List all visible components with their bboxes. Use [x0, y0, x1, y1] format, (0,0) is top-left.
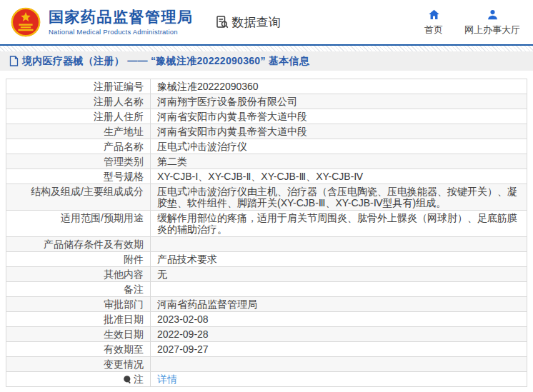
table-row: 注册人住所河南省安阳市内黄县帝誉大道中段	[6, 109, 527, 124]
row-label: 审批部门	[6, 297, 151, 311]
row-label-text: 备注	[124, 283, 144, 295]
row-value: 压电式冲击波治疗仪由主机、治疗器（含压电陶瓷、压电换能器、按键开关）、凝胶垫、软…	[151, 184, 527, 210]
dotted-divider	[0, 46, 533, 51]
row-label: 注册人名称	[6, 94, 151, 109]
row-label-text: 型号规格	[104, 171, 144, 182]
agency-name-en: National Medical Products Administration	[49, 28, 194, 36]
table-row: 批准日期2023-02-08	[6, 311, 527, 326]
breadcrumb-bar: 境内医疗器械（注册） —— “豫械注准20222090360” 基本信息	[0, 51, 533, 71]
row-label: 产品储存条件及有效期	[6, 237, 151, 251]
row-value: 豫械注准20222090360	[151, 79, 527, 94]
row-label-text: 产品名称	[104, 141, 144, 152]
table-row: 有效期至2027-09-27	[6, 341, 527, 356]
row-label-text: 注	[134, 373, 144, 385]
row-label-text: 注册人名称	[94, 96, 144, 107]
info-table: 注册证编号豫械注准20222090360注册人名称河南翔宇医疗设备股份有限公司注…	[6, 79, 527, 387]
row-value	[151, 237, 527, 251]
row-label-text: 批准日期	[104, 313, 144, 325]
page-header: 国家药品监督管理局 National Medical Products Admi…	[0, 0, 533, 44]
agency-name-cn: 国家药品监督管理局	[49, 9, 194, 26]
row-label: 结构及组成/主要组成成分	[6, 184, 151, 210]
table-row: 审批部门河南省药品监督管理局	[6, 296, 527, 311]
nav-item-label: 首页	[424, 24, 443, 36]
agency-title-block: 国家药品监督管理局 National Medical Products Admi…	[49, 9, 194, 35]
row-label: 注	[6, 372, 151, 386]
row-label-text: 其他内容	[104, 268, 144, 280]
data-query-label: 数据查询	[232, 14, 281, 31]
row-label: 变更情况	[6, 357, 151, 371]
table-row: 适用范围/预期用途缓解作用部位的疼痛，适用于肩关节周围炎、肱骨外上髁炎（网球肘）…	[6, 210, 527, 236]
table-row: 结构及组成/主要组成成分压电式冲击波治疗仪由主机、治疗器（含压电陶瓷、压电换能器…	[6, 184, 527, 210]
row-value: 河南翔宇医疗设备股份有限公司	[151, 94, 527, 109]
row-label-text: 注册人住所	[94, 111, 144, 122]
row-label: 生产地址	[6, 124, 151, 139]
row-value: 2027-09-27	[151, 342, 527, 356]
row-label-text: 生产地址	[104, 126, 144, 137]
nav-item-service-hall[interactable]: 网上办事大厅	[464, 9, 520, 36]
row-label: 注册人住所	[6, 109, 151, 124]
table-row: 注册证编号豫械注准20222090360	[6, 79, 527, 94]
row-value: 无	[151, 267, 527, 281]
row-value	[151, 357, 527, 371]
national-emblem-icon	[9, 6, 42, 39]
table-row: 生产地址河南省安阳市内黄县帝誉大道中段	[6, 124, 527, 139]
row-label-text: 变更情况	[104, 358, 144, 370]
row-label: 有效期至	[6, 342, 151, 356]
row-value: XY-CJB-Ⅰ、XY-CJB-Ⅱ、XY-CJB-Ⅲ、XY-CJB-Ⅳ	[151, 169, 527, 184]
row-value: 详情	[151, 372, 527, 386]
row-label: 注册证编号	[6, 79, 151, 94]
row-label-text: 审批部门	[104, 298, 144, 310]
document-icon	[9, 56, 19, 66]
row-value: 河南省安阳市内黄县帝誉大道中段	[151, 109, 527, 124]
row-label-text: 注册证编号	[94, 81, 144, 92]
row-label: 生效日期	[6, 327, 151, 341]
row-label-text: 结构及组成/主要组成成分	[31, 186, 144, 197]
row-label-text: 附件	[124, 253, 144, 265]
row-value: 河南省安阳市内黄县帝誉大道中段	[151, 124, 527, 139]
row-label: 管理类别	[6, 154, 151, 169]
table-row: 注详情	[6, 371, 527, 386]
document-search-icon	[215, 15, 229, 29]
person-icon	[487, 9, 499, 21]
note-icon	[123, 375, 132, 384]
row-label-text: 管理类别	[104, 156, 144, 167]
details-link[interactable]: 详情	[157, 373, 177, 385]
nav-item-label: 网上办事大厅	[464, 24, 520, 36]
row-value: 2023-02-08	[151, 312, 527, 326]
table-row: 备注	[6, 281, 527, 296]
row-label-text: 生效日期	[104, 328, 144, 340]
row-label: 批准日期	[6, 312, 151, 326]
row-value: 压电式冲击波治疗仪	[151, 139, 527, 154]
table-row: 管理类别第二类	[6, 154, 527, 169]
table-row: 其他内容无	[6, 266, 527, 281]
nav-item-home[interactable]: 首页	[424, 9, 443, 36]
row-label: 其他内容	[6, 267, 151, 281]
table-row: 变更情况	[6, 356, 527, 371]
row-label-text: 有效期至	[104, 343, 144, 355]
breadcrumb: 境内医疗器械（注册） —— “豫械注准20222090360” 基本信息	[22, 55, 309, 68]
row-value: 产品技术要求	[151, 252, 527, 266]
row-value	[151, 282, 527, 296]
row-label: 备注	[6, 282, 151, 296]
row-value: 2022-09-28	[151, 327, 527, 341]
table-row: 附件产品技术要求	[6, 251, 527, 266]
row-label: 产品名称	[6, 139, 151, 154]
table-row: 注册人名称河南翔宇医疗设备股份有限公司	[6, 94, 527, 109]
row-label-text: 产品储存条件及有效期	[44, 238, 144, 250]
home-icon	[428, 9, 440, 21]
row-value: 缓解作用部位的疼痛，适用于肩关节周围炎、肱骨外上髁炎（网球肘）、足底筋膜炎的辅助…	[151, 211, 527, 236]
agency-logo: 国家药品监督管理局 National Medical Products Admi…	[9, 6, 194, 39]
table-row: 生效日期2022-09-28	[6, 326, 527, 341]
table-row: 产品名称压电式冲击波治疗仪	[6, 139, 527, 154]
data-query-title: 数据查询	[215, 14, 281, 31]
row-value: 第二类	[151, 154, 527, 169]
header-nav: 首页网上办事大厅	[424, 9, 520, 36]
row-label: 附件	[6, 252, 151, 266]
row-label-text: 适用范围/预期用途	[61, 212, 144, 223]
row-label: 适用范围/预期用途	[6, 211, 151, 236]
table-row: 产品储存条件及有效期	[6, 236, 527, 251]
row-label: 型号规格	[6, 169, 151, 184]
row-value: 河南省药品监督管理局	[151, 297, 527, 311]
table-row: 型号规格XY-CJB-Ⅰ、XY-CJB-Ⅱ、XY-CJB-Ⅲ、XY-CJB-Ⅳ	[6, 169, 527, 184]
